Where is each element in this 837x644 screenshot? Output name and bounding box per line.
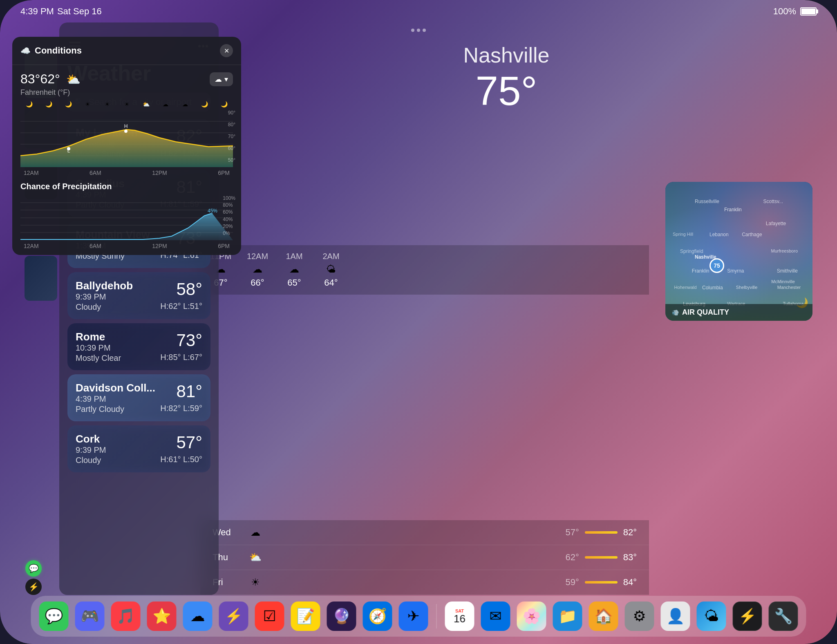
nashville-city: Nashville xyxy=(200,43,812,67)
conditions-modal: ☁️ Conditions ✕ 83°62° ⛅ ☁ ▾ Fahrenheit … xyxy=(12,37,241,255)
dock-notes[interactable]: 📝 xyxy=(291,602,320,631)
chevron-down-icon: ▾ xyxy=(224,75,228,84)
battery-icon xyxy=(800,7,817,16)
dock-testflight[interactable]: ✈ xyxy=(399,602,428,631)
city-time-rome: 10:39 PM xyxy=(76,343,111,353)
city-hilo-cork: H:61° L:50° xyxy=(160,455,202,465)
cloud-icon: ☁️ xyxy=(20,46,31,56)
hour-icon-5: ☀ xyxy=(98,101,116,107)
temp-values: 83°62° ⛅ xyxy=(20,72,81,87)
dock-photos[interactable]: 🌸 xyxy=(517,602,546,631)
dock: 💬 🎮 🎵 ⭐ ☁ ⚡ ☑ 📝 🔮 🧭 ✈ SAT 16 ✉ 🌸 📁 🏠 ⚙ 👤… xyxy=(31,596,806,637)
dock-reminders[interactable]: ☑ xyxy=(255,602,284,631)
dock-music[interactable]: 🎵 xyxy=(111,602,141,631)
unit-toggle[interactable]: ☁ ▾ xyxy=(210,72,233,86)
dock-system[interactable]: 🔧 xyxy=(769,602,798,631)
city-card-rome[interactable]: Rome 10:39 PM 73° Mostly Clear H:85° L:6… xyxy=(67,323,210,370)
map-label-lebanon: Lebanon xyxy=(709,232,729,237)
dock-ai[interactable]: 🔮 xyxy=(327,602,356,631)
hour-item-2am: 2AM 🌤 64° xyxy=(319,252,343,288)
messages-indicator[interactable]: 💬 xyxy=(25,560,42,577)
map-label-carthage: Carthage xyxy=(742,232,762,237)
svg-text:45%: 45% xyxy=(208,208,217,214)
city-name-cork: Cork xyxy=(76,433,106,445)
map-label-smithville: Smithville xyxy=(777,268,798,274)
map-label-springhill: Spring Hill xyxy=(673,232,693,237)
map-label-franklin: Franklin xyxy=(724,207,742,212)
forecast-bar-fri xyxy=(585,581,618,584)
hour-icon-6: ☀ xyxy=(118,101,136,107)
map-label-columbia: Columbia xyxy=(702,285,723,291)
city-name-ballydehob: Ballydehob xyxy=(76,280,133,292)
temp-chart-svg: H L xyxy=(20,110,233,167)
forecast-row-fri: Fri ☀ 59° 84° xyxy=(200,570,649,595)
chart-y-labels: 90° 80° 70° 60° 50° xyxy=(228,110,235,163)
weather-map[interactable]: Russellville Franklin Scottsv... Lafayet… xyxy=(665,182,812,321)
city-card-davidson[interactable]: Davidson Coll... 4:39 PM 81° Partly Clou… xyxy=(67,374,210,421)
map-label-springfield: Springfield xyxy=(680,248,703,254)
nashville-header: Nashville 75° xyxy=(200,22,812,114)
hour-icon-2: 🌙 xyxy=(40,101,58,107)
gauge-icon[interactable]: ⚡ xyxy=(25,579,42,595)
hour-strip: 11PM ☁ 67° 12AM ☁ 66° 1AM ☁ 65° 2AM 🌤 64… xyxy=(200,245,649,295)
precip-x-labels: 12AM 6AM 12PM 6PM xyxy=(20,243,233,249)
modal-title-area: ☁️ Conditions xyxy=(20,45,82,56)
map-label-franklin2: Franklin xyxy=(692,268,709,274)
hour-icon-1: 🌙 xyxy=(20,101,38,107)
dock-messages[interactable]: 💬 xyxy=(39,602,69,631)
modal-close-button[interactable]: ✕ xyxy=(220,44,233,57)
dock-settings[interactable]: ⚙ xyxy=(625,602,654,631)
map-label-lafayette: Lafayette xyxy=(766,221,786,226)
dock-home[interactable]: 🏠 xyxy=(589,602,618,631)
dock-mail[interactable]: ✉ xyxy=(481,602,510,631)
city-temp-cork: 57° xyxy=(176,433,202,452)
status-bar-left: 4:39 PM Sat Sep 16 xyxy=(20,6,102,17)
hour-icon-11: 🌙 xyxy=(215,101,233,107)
hour-icon-9: ☁ xyxy=(176,101,194,107)
wind-icon: 💨 xyxy=(672,309,679,316)
dock-safari[interactable]: 🧭 xyxy=(363,602,392,631)
modal-title: Conditions xyxy=(35,45,82,56)
city-condition-ballydehob: Cloudy xyxy=(76,302,101,312)
city-temp-ballydehob: 58° xyxy=(176,280,202,299)
forecast-section: Wed ☁ 57° 82° Thu ⛅ 62° 83° Fri ☀ 59° 84… xyxy=(200,520,649,595)
ipad-frame: 4:39 PM Sat Sep 16 100% 💬 ⚡ xyxy=(0,0,837,644)
city-card-cork[interactable]: Cork 9:39 PM 57° Cloudy H:61° L:50° xyxy=(67,425,210,472)
city-name-davidson: Davidson Coll... xyxy=(76,382,155,394)
svg-text:H: H xyxy=(124,123,128,129)
dock-files[interactable]: 📁 xyxy=(553,602,582,631)
dock-contacts[interactable]: 👤 xyxy=(661,602,690,631)
fahrenheit-label: Fahrenheit (°F) xyxy=(20,88,233,97)
air-quality-label: AIR QUALITY xyxy=(682,308,729,317)
map-label-russellville: Russellville xyxy=(695,199,719,204)
hour-icons-row: 🌙 🌙 🌙 ☀ ☀ ☀ ⛅ ☁ ☁ 🌙 🌙 xyxy=(20,101,233,107)
dock-weather[interactable]: 🌤 xyxy=(697,602,726,631)
dock-calendar[interactable]: SAT 16 xyxy=(445,602,474,631)
map-pin-nashville: 75 xyxy=(709,258,724,273)
app-thumb-5[interactable] xyxy=(25,256,57,301)
dock-divider xyxy=(436,604,437,628)
dock-icloud[interactable]: ☁ xyxy=(183,602,213,631)
city-time-cork: 9:39 PM xyxy=(76,445,106,455)
hour-icon-4: ☀ xyxy=(79,101,97,107)
hour-item-1am: 1AM ☁ 65° xyxy=(282,252,307,288)
dock-reeder[interactable]: ⭐ xyxy=(147,602,177,631)
air-quality-bar[interactable]: 💨 AIR QUALITY xyxy=(665,304,812,321)
hour-icon-7: ⛅ xyxy=(137,101,155,107)
forecast-row-thu: Thu ⛅ 62° 83° xyxy=(200,545,649,570)
city-card-ballydehob[interactable]: Ballydehob 9:39 PM 58° Cloudy H:62° L:51… xyxy=(67,272,210,319)
dock-speedtest[interactable]: ⚡ xyxy=(733,602,762,631)
precipitation-chart: 45% 100% 80% 60% 40% 20% 0% 12AM 6AM 12P… xyxy=(20,195,233,248)
map-label-scottsv: Scottsv... xyxy=(763,199,783,204)
city-temp-davidson: 81° xyxy=(176,382,202,401)
temperature-chart: H L 90° 80° 70° 60° 50° xyxy=(20,110,233,175)
partly-cloudy-icon: ⛅ xyxy=(66,73,81,86)
dock-shortcuts[interactable]: ⚡ xyxy=(219,602,248,631)
city-hilo-ballydehob: H:62° L:51° xyxy=(160,302,202,312)
dock-discord[interactable]: 🎮 xyxy=(75,602,105,631)
city-hilo-rome: H:85° L:67° xyxy=(160,353,202,363)
time-display: 4:39 PM xyxy=(20,6,54,17)
city-name-rome: Rome xyxy=(76,331,111,343)
modal-body: 83°62° ⛅ ☁ ▾ Fahrenheit (°F) 🌙 🌙 🌙 ☀ ☀ ☀… xyxy=(12,65,241,255)
city-condition-rome: Mostly Clear xyxy=(76,353,121,363)
